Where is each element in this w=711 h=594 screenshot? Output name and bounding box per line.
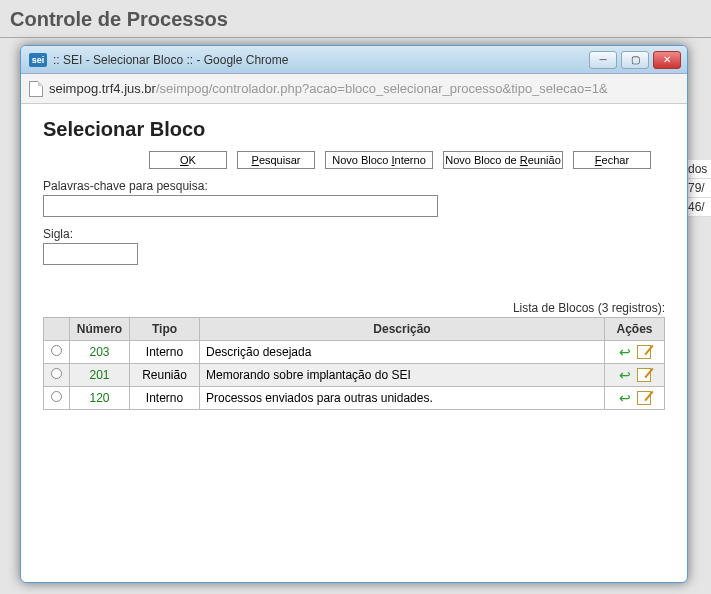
fechar-button[interactable]: Fechar — [573, 151, 651, 169]
return-arrow-icon[interactable]: ↩ — [619, 345, 631, 359]
url-host: seimpog.trf4.jus.br — [49, 81, 156, 96]
col-numero-header: Número — [70, 318, 130, 341]
blocos-table: Número Tipo Descrição Ações 203 Interno … — [43, 317, 665, 410]
url-path: /seimpog/controlador.php?acao=bloco_sele… — [156, 81, 608, 96]
table-header-row: Número Tipo Descrição Ações — [44, 318, 665, 341]
sei-favicon: sei — [29, 53, 47, 67]
address-bar[interactable]: seimpog.trf4.jus.br/seimpog/controlador.… — [21, 74, 687, 104]
list-caption: Lista de Blocos (3 registros): — [43, 301, 665, 315]
sigla-input[interactable] — [43, 243, 138, 265]
window-controls: ─ ▢ ✕ — [589, 51, 681, 69]
table-row: 201 Reunião Memorando sobre implantação … — [44, 364, 665, 387]
novo-bloco-interno-button[interactable]: Novo Bloco Interno — [325, 151, 433, 169]
palavras-label: Palavras-chave para pesquisa: — [43, 179, 665, 193]
numero-link[interactable]: 203 — [89, 345, 109, 359]
ok-button[interactable]: OK — [149, 151, 227, 169]
maximize-button[interactable]: ▢ — [621, 51, 649, 69]
right-strip-cell: dos — [685, 160, 711, 179]
tipo-cell: Reunião — [130, 364, 200, 387]
window-titlebar[interactable]: sei :: SEI - Selecionar Bloco :: - Googl… — [21, 46, 687, 74]
dialog-content: Selecionar Bloco OK Pesquisar Novo Bloco… — [21, 104, 687, 424]
return-arrow-icon[interactable]: ↩ — [619, 368, 631, 382]
col-acoes-header: Ações — [605, 318, 665, 341]
chrome-window: sei :: SEI - Selecionar Bloco :: - Googl… — [20, 45, 688, 583]
row-radio[interactable] — [51, 391, 62, 402]
page-header: Controle de Processos — [0, 0, 711, 38]
novo-bloco-reuniao-button[interactable]: Novo Bloco de Reunião — [443, 151, 563, 169]
right-strip: dos 79/ 46/ — [685, 160, 711, 217]
col-radio-header — [44, 318, 70, 341]
return-arrow-icon[interactable]: ↩ — [619, 391, 631, 405]
sigla-label: Sigla: — [43, 227, 665, 241]
numero-link[interactable]: 201 — [89, 368, 109, 382]
edit-icon[interactable] — [637, 368, 651, 382]
numero-link[interactable]: 120 — [89, 391, 109, 405]
right-strip-cell: 79/ — [685, 179, 711, 198]
close-button[interactable]: ✕ — [653, 51, 681, 69]
palavras-input[interactable] — [43, 195, 438, 217]
right-strip-cell: 46/ — [685, 198, 711, 217]
page-icon — [29, 81, 43, 97]
descricao-cell: Processos enviados para outras unidades. — [200, 387, 605, 410]
button-row: OK Pesquisar Novo Bloco Interno Novo Blo… — [149, 151, 665, 169]
tipo-cell: Interno — [130, 341, 200, 364]
table-row: 120 Interno Processos enviados para outr… — [44, 387, 665, 410]
edit-icon[interactable] — [637, 391, 651, 405]
row-radio[interactable] — [51, 368, 62, 379]
window-title: :: SEI - Selecionar Bloco :: - Google Ch… — [53, 53, 589, 67]
pesquisar-button[interactable]: Pesquisar — [237, 151, 315, 169]
minimize-button[interactable]: ─ — [589, 51, 617, 69]
row-radio[interactable] — [51, 345, 62, 356]
descricao-cell: Memorando sobre implantação do SEI — [200, 364, 605, 387]
tipo-cell: Interno — [130, 387, 200, 410]
descricao-cell: Descrição desejada — [200, 341, 605, 364]
dialog-heading: Selecionar Bloco — [43, 118, 665, 141]
col-descricao-header: Descrição — [200, 318, 605, 341]
col-tipo-header: Tipo — [130, 318, 200, 341]
url-display: seimpog.trf4.jus.br/seimpog/controlador.… — [49, 81, 608, 96]
edit-icon[interactable] — [637, 345, 651, 359]
table-row: 203 Interno Descrição desejada ↩ — [44, 341, 665, 364]
